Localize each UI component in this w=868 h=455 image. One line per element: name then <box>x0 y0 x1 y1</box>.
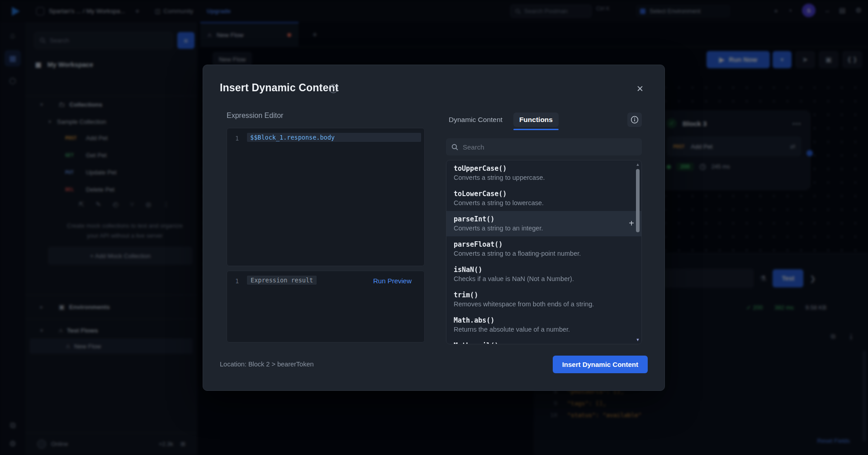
help-icon[interactable]: ◔ <box>788 7 792 14</box>
add-function-icon[interactable]: + <box>629 218 634 229</box>
scrollbar-thumb[interactable] <box>636 169 640 232</box>
add-environment-button[interactable]: + <box>774 7 778 14</box>
search-icon <box>515 9 521 14</box>
edit-icon[interactable]: ✎ <box>96 201 101 208</box>
close-icon[interactable]: ✕ <box>634 82 646 95</box>
method-badge: DEL <box>65 187 81 192</box>
sidebar-item-request[interactable]: DEL Delete Pet <box>65 182 114 197</box>
code-icon-button[interactable]: ❴❵ <box>842 51 862 68</box>
chevron-down-icon: ▾ <box>39 328 44 333</box>
editor-tab-bar: ⑃ New Flow + <box>197 22 868 47</box>
home-icon[interactable]: ⌂ <box>10 31 15 40</box>
avatar[interactable]: S <box>802 4 816 17</box>
run-now-button[interactable]: ▶ Run Now <box>707 51 770 68</box>
connector-dot[interactable] <box>806 150 813 156</box>
sidebar-item-test-flows[interactable]: ▾ ⑃ Test Flows <box>39 323 98 338</box>
sidebar-item-new-flow[interactable]: ⑃ New Flow <box>30 338 193 354</box>
status-dot-icon <box>667 165 671 169</box>
flow-block-card[interactable]: ✓ Block 3 ••• POST Add Pet ⇄ 200 245 ms <box>658 111 810 190</box>
top-bar: Spartan's ... / My Workspa... + ◫ Commun… <box>0 0 868 22</box>
response-time: 245 ms <box>711 164 730 170</box>
function-item-hovered[interactable]: parseInt() Converts a string to an integ… <box>446 211 641 236</box>
more-icon[interactable]: ⋮ <box>163 201 169 208</box>
reset-fields-link[interactable]: Reset Fields <box>817 437 850 444</box>
function-item[interactable]: parseFloat() Converts a string to a floa… <box>446 236 641 262</box>
run-preview-link[interactable]: Run Preview <box>373 277 412 285</box>
sidebar-item-environments[interactable]: ▸ ▣ Environments <box>39 300 110 314</box>
publish-icon-button[interactable]: ➤ <box>795 51 815 68</box>
new-workspace-tab-button[interactable]: + <box>135 7 139 15</box>
sidebar-item-request[interactable]: PUT Update Pet <box>65 165 117 179</box>
response-time: 382 ms <box>774 304 794 311</box>
rail-settings-icon[interactable]: ⚙ <box>9 439 16 449</box>
upgrade-button[interactable]: Upgrade <box>207 8 231 14</box>
line-number: 1 <box>227 276 247 286</box>
workspace-title[interactable]: ▦ My Workspace <box>35 61 93 68</box>
footer-status-label: Online <box>51 441 68 447</box>
functions-scrollbar[interactable]: ▲ ▼ <box>635 161 641 343</box>
info-icon[interactable] <box>627 113 642 127</box>
layers-icon[interactable]: ⧉ <box>10 421 15 430</box>
sidebar-filter-button[interactable]: ≡ <box>177 32 194 49</box>
tab-new-flow[interactable]: ⑃ New Flow <box>200 22 299 47</box>
block-menu-icon[interactable]: ••• <box>792 120 802 127</box>
help-icon[interactable]: ? <box>329 84 338 93</box>
scroll-up-icon[interactable]: ▲ <box>636 162 640 167</box>
status-icon <box>37 440 46 449</box>
insert-dynamic-content-button[interactable]: Insert Dynamic Content <box>553 356 648 373</box>
line-number: 1 <box>227 133 247 144</box>
function-item[interactable]: Math.abs() Returns the absolute value of… <box>446 312 641 338</box>
function-item[interactable]: isNaN() Checks if a value is NaN (Not a … <box>446 262 641 287</box>
sidebar-item-request[interactable]: POST Add Pet <box>65 131 108 145</box>
function-item[interactable]: trim() Removes whitespace from both ends… <box>446 287 641 312</box>
beaker-icon[interactable]: ⚗ <box>760 274 766 283</box>
sidebar-item-request[interactable]: GET Get Pet <box>65 148 107 162</box>
insert-dynamic-content-modal: Insert Dynamic Content ? ✕ Expression Ed… <box>203 65 665 391</box>
copy-icon[interactable]: ⧉ <box>831 333 835 340</box>
chevron-right-icon[interactable]: ❯ <box>810 274 816 283</box>
people-icon: ◫ <box>155 8 160 14</box>
community-button[interactable]: ◫ Community <box>155 8 193 14</box>
sidebar-item-collections[interactable]: ▾ 🗀 Collections <box>39 97 102 112</box>
save-icon-button[interactable]: ▣ <box>819 51 839 68</box>
test-button[interactable]: Test <box>773 269 803 287</box>
expression-result-panel: 1 Expression result Run Preview <box>227 271 425 342</box>
monitor-icon[interactable]: ◴ <box>113 201 118 208</box>
sidebar-search-input[interactable]: Search <box>34 32 173 49</box>
minimize-icon[interactable]: – <box>825 7 829 14</box>
global-search-input[interactable]: Search Postman <box>510 5 592 18</box>
scroll-down-icon[interactable]: ▼ <box>636 338 640 342</box>
mock-icon[interactable]: ◎ <box>146 201 151 208</box>
footer-expand-icon[interactable]: ⊞ <box>180 441 185 447</box>
block-request-row[interactable]: POST Add Pet ⇄ <box>667 136 802 156</box>
status-badge: 200 <box>676 163 694 171</box>
fork-icon[interactable]: ⑂ <box>130 201 134 208</box>
response-scrollbar[interactable] <box>863 351 866 441</box>
collections-rail-icon[interactable]: ▦ <box>5 50 21 66</box>
footer-count: +2.3k <box>159 441 173 447</box>
download-icon[interactable]: ⭳ <box>848 333 854 340</box>
expression-code[interactable]: $$Block_1.response.body <box>247 133 421 142</box>
run-options-dropdown[interactable]: ▼ <box>773 51 792 68</box>
grid-icon: ▦ <box>35 61 42 68</box>
settings-icon[interactable]: ⚙ <box>856 6 862 14</box>
tab-functions[interactable]: Functions <box>513 113 559 127</box>
tab-dynamic-content[interactable]: Dynamic Content <box>446 113 505 127</box>
environment-selector[interactable]: Select Environment <box>636 5 730 18</box>
expression-editor[interactable]: 1 $$Block_1.response.body <box>227 128 425 266</box>
function-item[interactable]: toLowerCase() Converts a string to lower… <box>446 186 641 211</box>
sidebar-item-sample-collection[interactable]: ▾ Sample Collection <box>47 114 106 129</box>
new-tab-button[interactable]: + <box>308 28 322 42</box>
workspace-breadcrumb[interactable]: Spartan's ... / My Workspa... <box>36 7 125 15</box>
search-icon <box>451 144 458 150</box>
apis-rail-icon[interactable]: ⬡ <box>9 76 16 86</box>
swap-icon[interactable]: ⇄ <box>790 143 795 150</box>
panels-icon[interactable]: ▤ <box>839 6 845 14</box>
add-mock-collection-button[interactable]: + Add Mock Collection <box>48 247 193 265</box>
share-icon[interactable]: ⇱ <box>79 201 84 208</box>
function-item[interactable]: toUpperCase() Converts a string to upper… <box>446 160 641 186</box>
app-logo-icon <box>10 5 22 17</box>
expression-editor-label: Expression Editor <box>227 112 425 120</box>
function-item[interactable]: Math.ceil() <box>446 338 641 344</box>
functions-search-input[interactable] <box>463 143 636 151</box>
